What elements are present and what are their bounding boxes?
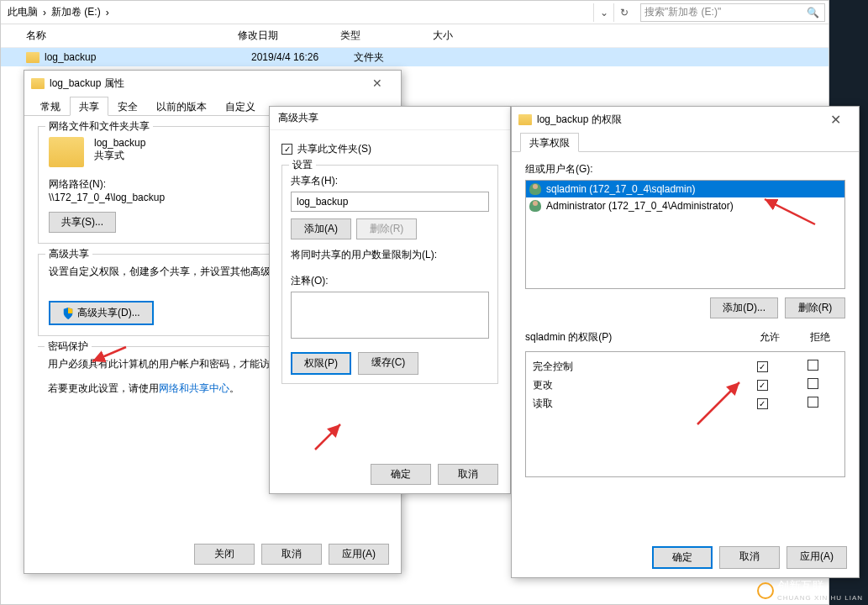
dialog-titlebar: log_backup 的权限 ✕	[512, 107, 859, 132]
perm-name: 读取	[533, 397, 737, 411]
search-icon: 🔍	[807, 7, 819, 18]
folder-icon	[518, 114, 532, 125]
share-button[interactable]: 共享(S)...	[49, 212, 116, 233]
adv-share-label: 高级共享(D)...	[77, 306, 140, 320]
dialog-titlebar: log_backup 属性 ✕	[24, 71, 401, 96]
advanced-share-button[interactable]: 高级共享(D)...	[49, 301, 154, 325]
user-icon	[529, 200, 541, 212]
file-row[interactable]: log_backup 2019/4/4 16:26 文件夹	[1, 48, 829, 66]
limit-label: 将同时共享的用户数量限制为(L):	[291, 248, 489, 262]
user-icon	[529, 183, 541, 195]
share-folder-checkbox[interactable]: ✓ 共享此文件夹(S)	[281, 142, 498, 156]
tab-custom[interactable]: 自定义	[216, 97, 265, 116]
tabs: 共享权限	[512, 132, 859, 152]
user-item[interactable]: Administrator (172_17_0_4\Administrator)	[526, 197, 844, 214]
perm-name: 完全控制	[533, 360, 737, 374]
col-date[interactable]: 修改日期	[238, 29, 340, 43]
file-name: log_backup	[45, 51, 251, 63]
close-button[interactable]: 关闭	[194, 544, 255, 565]
breadcrumb-part[interactable]: 新加卷 (E:)	[51, 5, 101, 19]
users-label: 组或用户名(G):	[525, 162, 845, 176]
share-status: 共享式	[94, 149, 145, 163]
group-title: 密码保护	[45, 339, 92, 354]
watermark: 创新互联 CHUANG XIN HU LIAN	[757, 579, 863, 602]
share-name-input[interactable]: log_backup	[291, 192, 489, 212]
checkbox-label: 共享此文件夹(S)	[297, 142, 371, 156]
advanced-share-dialog: 高级共享 ✓ 共享此文件夹(S) 设置 共享名(H): log_backup 添…	[269, 106, 511, 494]
add-button[interactable]: 添加(A)	[291, 218, 351, 239]
col-name[interactable]: 名称	[26, 29, 238, 43]
deny-checkbox[interactable]	[808, 397, 818, 408]
pwd-link-prefix: 若要更改此设置，请使用	[48, 382, 159, 394]
cancel-button[interactable]: 取消	[719, 546, 780, 569]
address-bar: 此电脑 › 新加卷 (E:) › ⌄ ↻ 搜索"新加卷 (E:)" 🔍	[1, 1, 829, 24]
ok-button[interactable]: 确定	[371, 464, 431, 485]
note-label: 注释(O):	[291, 274, 489, 288]
watermark-text: 创新互联	[777, 579, 863, 594]
note-textarea[interactable]	[291, 292, 489, 339]
cache-button[interactable]: 缓存(C)	[358, 352, 418, 375]
perm-row: 读取 ✓	[526, 394, 844, 413]
apply-button[interactable]: 应用(A)	[329, 544, 389, 565]
breadcrumb[interactable]: 此电脑 › 新加卷 (E:) ›	[4, 5, 593, 19]
perm-name: 更改	[533, 378, 737, 392]
user-item[interactable]: sqladmin (172_17_0_4\sqladmin)	[526, 181, 844, 197]
group-title: 高级共享	[45, 247, 92, 261]
shield-icon	[62, 308, 74, 319]
column-headers: 名称 修改日期 类型 大小	[1, 24, 829, 48]
tab-security[interactable]: 安全	[108, 97, 147, 116]
dialog-title: 高级共享	[270, 107, 510, 130]
tab-general[interactable]: 常规	[31, 97, 70, 116]
search-input[interactable]: 搜索"新加卷 (E:)" 🔍	[640, 3, 825, 22]
col-type[interactable]: 类型	[340, 29, 433, 43]
chevron-right-icon: ›	[106, 7, 109, 18]
share-name-label: 共享名(H):	[291, 174, 489, 188]
perm-row: 更改 ✓	[526, 376, 844, 394]
deny-label: 拒绝	[795, 330, 845, 345]
ok-button[interactable]: 确定	[652, 546, 713, 569]
deny-checkbox[interactable]	[808, 360, 818, 371]
allow-label: 允许	[744, 330, 795, 345]
cancel-button[interactable]: 取消	[261, 544, 322, 565]
dropdown-icon[interactable]: ⌄	[593, 3, 613, 22]
add-user-button[interactable]: 添加(D)...	[710, 297, 778, 318]
tab-share-permissions[interactable]: 共享权限	[520, 133, 579, 152]
deny-checkbox[interactable]	[808, 378, 818, 389]
cancel-button[interactable]: 取消	[438, 464, 498, 485]
apply-button[interactable]: 应用(A)	[786, 546, 847, 569]
perm-for-label: sqladmin 的权限(P)	[525, 330, 744, 345]
folder-icon	[31, 78, 45, 89]
large-folder-icon	[49, 137, 84, 167]
delete-button[interactable]: 删除(R)	[356, 218, 417, 239]
folder-name: log_backup	[94, 137, 145, 149]
user-name: Administrator (172_17_0_4\Administrator)	[546, 200, 734, 212]
dialog-title: log_backup 的权限	[537, 113, 818, 127]
tab-share[interactable]: 共享	[70, 97, 108, 116]
watermark-logo-icon	[757, 582, 774, 599]
close-icon[interactable]: ✕	[360, 76, 394, 90]
breadcrumb-part[interactable]: 此电脑	[8, 5, 38, 19]
allow-checkbox[interactable]: ✓	[757, 380, 768, 391]
permissions-button[interactable]: 权限(P)	[291, 352, 351, 375]
allow-checkbox[interactable]: ✓	[757, 398, 768, 409]
perm-row: 完全控制 ✓	[526, 357, 844, 376]
file-type: 文件夹	[354, 50, 446, 65]
col-size[interactable]: 大小	[433, 29, 500, 43]
delete-user-button[interactable]: 删除(R)	[785, 297, 845, 318]
user-name: sqladmin (172_17_0_4\sqladmin)	[546, 183, 695, 195]
group-title: 网络文件和文件夹共享	[45, 119, 153, 134]
search-placeholder: 搜索"新加卷 (E:)"	[644, 5, 721, 19]
permission-list: 完全控制 ✓ 更改 ✓ 读取 ✓	[525, 351, 845, 477]
checkbox-checked-icon: ✓	[281, 144, 292, 155]
allow-checkbox[interactable]: ✓	[757, 361, 768, 372]
chevron-right-icon: ›	[43, 7, 46, 18]
user-list[interactable]: sqladmin (172_17_0_4\sqladmin) Administr…	[525, 180, 845, 289]
group-title: 设置	[289, 158, 316, 172]
close-icon[interactable]: ✕	[818, 112, 852, 128]
dialog-title: log_backup 属性	[50, 76, 360, 91]
folder-icon	[26, 52, 39, 63]
network-center-link[interactable]: 网络和共享中心	[159, 382, 229, 394]
tab-previous[interactable]: 以前的版本	[147, 97, 216, 116]
refresh-icon[interactable]: ↻	[613, 3, 634, 22]
watermark-sub: CHUANG XIN HU LIAN	[777, 594, 863, 602]
